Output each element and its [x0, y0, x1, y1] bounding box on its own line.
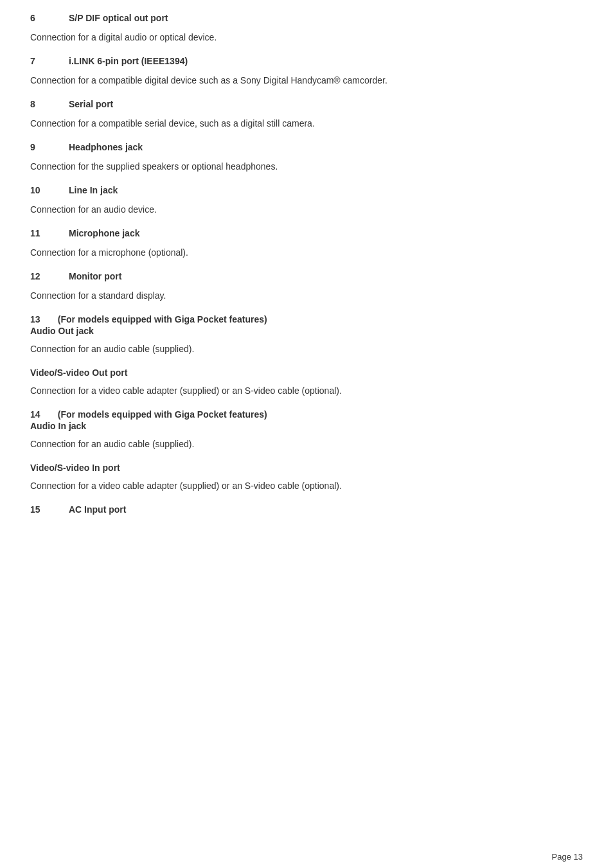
section-8-description: Connection for a compatible serial devic… — [30, 117, 583, 130]
section-8-heading: 8 Serial port — [30, 99, 583, 109]
section-13-subsection-1-description: Connection for an audio cable (supplied)… — [30, 342, 583, 356]
section-15-heading: 15 AC Input port — [30, 504, 583, 515]
section-10-description: Connection for an audio device. — [30, 203, 583, 217]
section-7-number: 7 — [30, 56, 69, 66]
section-11-title: Microphone jack — [69, 228, 139, 238]
section-12-title: Monitor port — [69, 271, 121, 281]
section-7: 7 i.LINK 6-pin port (IEEE1394) Connectio… — [30, 56, 583, 87]
section-14-subsection-2-description: Connection for a video cable adapter (su… — [30, 479, 583, 493]
section-15-title: AC Input port — [69, 504, 126, 515]
section-13-number: 13 — [30, 314, 40, 324]
section-10: 10 Line In jack Connection for an audio … — [30, 185, 583, 217]
section-9: 9 Headphones jack Connection for the sup… — [30, 142, 583, 173]
section-12-description: Connection for a standard display. — [30, 289, 583, 303]
section-7-heading: 7 i.LINK 6-pin port (IEEE1394) — [30, 56, 583, 66]
section-6-number: 6 — [30, 13, 69, 23]
section-14-subsection-2-title: Video/S-video In port — [30, 463, 583, 473]
section-13-subsection-2-description: Connection for a video cable adapter (su… — [30, 384, 583, 398]
section-10-title: Line In jack — [69, 185, 118, 195]
section-12: 12 Monitor port Connection for a standar… — [30, 271, 583, 303]
section-14: 14 (For models equipped with Giga Pocket… — [30, 409, 583, 493]
section-12-number: 12 — [30, 271, 69, 281]
section-13-heading-block: 13 (For models equipped with Giga Pocket… — [30, 314, 583, 336]
section-14-subsection-1-title: Audio In jack — [30, 421, 583, 431]
section-13-subsection-2-title: Video/S-video Out port — [30, 368, 583, 378]
section-10-number: 10 — [30, 185, 69, 195]
section-13-subsection-1-title: Audio Out jack — [30, 326, 583, 336]
section-8-number: 8 — [30, 99, 69, 109]
section-13-line1: 13 (For models equipped with Giga Pocket… — [30, 314, 583, 324]
section-6-title: S/P DIF optical out port — [69, 13, 168, 23]
section-9-heading: 9 Headphones jack — [30, 142, 583, 152]
page-content: 6 S/P DIF optical out port Connection fo… — [0, 0, 613, 565]
section-7-description: Connection for a compatible digital devi… — [30, 74, 583, 87]
section-6-heading: 6 S/P DIF optical out port — [30, 13, 583, 23]
section-13-qualifier: (For models equipped with Giga Pocket fe… — [58, 314, 267, 324]
section-15-number: 15 — [30, 504, 69, 515]
section-11-number: 11 — [30, 228, 69, 238]
section-13: 13 (For models equipped with Giga Pocket… — [30, 314, 583, 398]
section-11: 11 Microphone jack Connection for a micr… — [30, 228, 583, 260]
section-6-description: Connection for a digital audio or optica… — [30, 31, 583, 44]
section-9-number: 9 — [30, 142, 69, 152]
page-number: Page 13 — [552, 852, 583, 862]
section-9-description: Connection for the supplied speakers or … — [30, 160, 583, 173]
section-14-video-subsection: Video/S-video In port Connection for a v… — [30, 463, 583, 493]
section-13-video-subsection: Video/S-video Out port Connection for a … — [30, 368, 583, 398]
section-11-description: Connection for a microphone (optional). — [30, 246, 583, 260]
section-15: 15 AC Input port — [30, 504, 583, 515]
section-14-number: 14 — [30, 409, 40, 420]
section-9-title: Headphones jack — [69, 142, 143, 152]
section-8: 8 Serial port Connection for a compatibl… — [30, 99, 583, 130]
section-14-subsection-1-description: Connection for an audio cable (supplied)… — [30, 438, 583, 451]
section-8-title: Serial port — [69, 99, 113, 109]
section-12-heading: 12 Monitor port — [30, 271, 583, 281]
section-6: 6 S/P DIF optical out port Connection fo… — [30, 13, 583, 44]
section-10-heading: 10 Line In jack — [30, 185, 583, 195]
section-7-title: i.LINK 6-pin port (IEEE1394) — [69, 56, 188, 66]
section-14-qualifier: (For models equipped with Giga Pocket fe… — [58, 409, 267, 420]
section-11-heading: 11 Microphone jack — [30, 228, 583, 238]
section-14-line1: 14 (For models equipped with Giga Pocket… — [30, 409, 583, 420]
section-14-heading-block: 14 (For models equipped with Giga Pocket… — [30, 409, 583, 431]
